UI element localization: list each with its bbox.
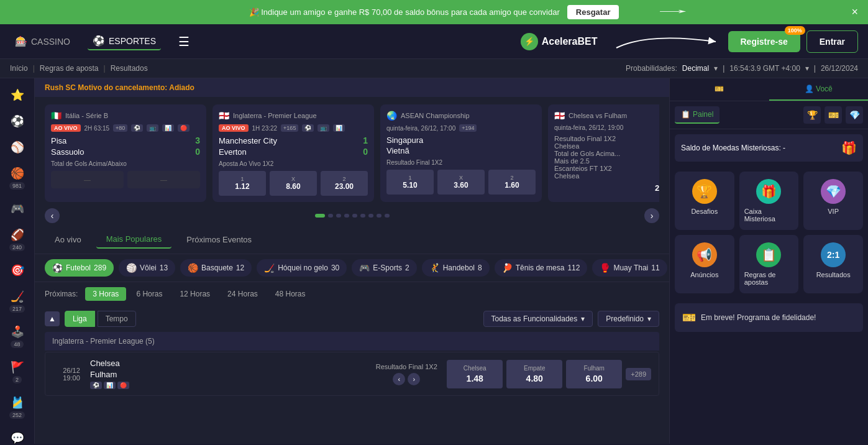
- dot-1[interactable]: [328, 214, 333, 218]
- predefined-dropdown[interactable]: Predefinido ▾: [598, 311, 659, 327]
- time-48h[interactable]: 48 Horas: [268, 287, 313, 301]
- view-liga[interactable]: Liga: [65, 311, 95, 327]
- sport-muay-thai[interactable]: 🥊 Muay Thai 11: [592, 259, 667, 277]
- dot-6[interactable]: [368, 214, 373, 218]
- soccer-icon: ⚽: [11, 114, 24, 128]
- sidebar-item-chat[interactable]: 💬: [2, 426, 33, 444]
- trophy-icon-btn[interactable]: 🏆: [803, 106, 821, 124]
- carousel-nav: ‹ ›: [45, 208, 659, 223]
- dot-4[interactable]: [352, 214, 357, 218]
- close-icon[interactable]: ×: [851, 6, 858, 19]
- futebol-icon: ⚽: [52, 263, 63, 273]
- nav-casino[interactable]: 🎰 CASSINO: [10, 33, 75, 50]
- odd-2-2[interactable]: X 8.60: [270, 171, 317, 196]
- sidebar-item-star[interactable]: ⭐: [2, 83, 33, 107]
- time-24h[interactable]: 24 Horas: [220, 287, 265, 301]
- sport-volei[interactable]: 🏐 Vôlei 13: [119, 259, 175, 277]
- register-button[interactable]: 100% Registre-se: [728, 31, 800, 52]
- tab-ao-vivo[interactable]: Ao vivo: [45, 231, 91, 249]
- inicio-link[interactable]: Início: [10, 64, 28, 73]
- right-panel-secondary-tabs: 📋 Painel 🏆 🎫 💎: [670, 101, 868, 129]
- sidebar-item-hockey[interactable]: 🏒 217: [2, 285, 33, 318]
- live-badge-2: AO VIVO: [219, 124, 249, 132]
- odd-2-1[interactable]: 1 1.12: [219, 171, 266, 196]
- fidelity-icon: 🎫: [682, 311, 696, 324]
- action-vip[interactable]: 💎 VIP: [803, 172, 863, 230]
- action-desafios[interactable]: 🏆 Desafios: [675, 172, 734, 230]
- secondary-tab-painel[interactable]: 📋 Painel: [675, 106, 720, 124]
- diamond-icon-btn[interactable]: 💎: [846, 106, 863, 124]
- odds-next[interactable]: ›: [408, 373, 420, 385]
- dot-7[interactable]: [377, 214, 381, 218]
- plus-badge[interactable]: +289: [626, 368, 651, 380]
- collapse-button[interactable]: ▲: [45, 311, 60, 326]
- tab-profile[interactable]: 👤 Você: [769, 78, 869, 101]
- match-card-3: 🌏 ASEAN Championship quinta-feira, 26/12…: [380, 104, 542, 202]
- sidebar-item-esports[interactable]: 🕹️ 48: [2, 320, 33, 353]
- dot-8[interactable]: [385, 214, 390, 218]
- carousel-prev[interactable]: ‹: [45, 208, 60, 223]
- odd-2-3[interactable]: 2 23.00: [321, 171, 368, 196]
- carousel-next[interactable]: ›: [644, 208, 659, 223]
- banner-button[interactable]: Resgatar: [567, 5, 619, 19]
- top-banner: 🎉 Indique um amigo e ganhe R$ 70,00 de s…: [0, 0, 868, 24]
- tab-betslip[interactable]: 🎫: [670, 78, 769, 101]
- odd-empate[interactable]: Empate 4.80: [506, 360, 562, 388]
- sidebar-item-soccer[interactable]: ⚽: [2, 109, 33, 133]
- right-panel: 🎫 👤 Você 📋 Painel 🏆 🎫 💎 Saldo de Moedas …: [669, 78, 868, 444]
- odd-chelsea[interactable]: Chelsea 1.48: [447, 360, 503, 388]
- sidebar-item-gaming[interactable]: 🎮: [2, 197, 33, 221]
- odd-fulham[interactable]: Fulham 6.00: [566, 360, 622, 388]
- esports-pill-icon: 🎮: [359, 263, 370, 273]
- decimal-selector[interactable]: Decimal: [682, 64, 709, 73]
- tab-proximos[interactable]: Próximos Eventos: [176, 231, 262, 249]
- action-anuncios[interactable]: 📢 Anúncios: [675, 235, 734, 293]
- odds-prev[interactable]: ‹: [393, 373, 405, 385]
- odd-1-1[interactable]: —: [51, 171, 124, 188]
- table-row: 26/12 19:00 Chelsea Fulham ⚽ 📊 🔴 Resulta…: [45, 352, 659, 396]
- ticket-icon-btn[interactable]: 🎫: [825, 106, 842, 124]
- sport-futebol[interactable]: ⚽ Futebol 289: [45, 259, 114, 277]
- dot-2[interactable]: [336, 214, 341, 218]
- action-resultados[interactable]: 2:1 Resultados: [803, 235, 863, 293]
- login-button[interactable]: Entrar: [806, 30, 858, 53]
- sport-basquete[interactable]: 🏀 Basquete 12: [180, 259, 252, 277]
- sidebar-item-flag[interactable]: 🚩 2: [2, 356, 33, 388]
- sidebar-item-target[interactable]: 🎯: [2, 259, 33, 282]
- diamond-action-icon: 💎: [821, 179, 846, 204]
- sidebar-item-jersey[interactable]: 🎽 252: [2, 391, 33, 424]
- sport-tenis-mesa[interactable]: 🏓 Tênis de mesa 112: [495, 259, 588, 277]
- chat-icon: 💬: [11, 431, 24, 444]
- time-12h[interactable]: 12 Horas: [172, 287, 217, 301]
- odd-1-2[interactable]: —: [127, 171, 200, 188]
- odd-3-3[interactable]: 2 1.60: [488, 170, 536, 195]
- sidebar-item-basketball[interactable]: 🏀 981: [2, 162, 33, 195]
- dot-3[interactable]: [344, 214, 349, 218]
- resultados-link[interactable]: Resultados: [111, 64, 148, 73]
- regras-link[interactable]: Regras de aposta: [40, 64, 99, 73]
- time-6h[interactable]: 6 Horas: [129, 287, 170, 301]
- action-regras[interactable]: 📋 Regras de apostas: [739, 235, 799, 293]
- dot-5[interactable]: [360, 214, 365, 218]
- carousel-section: 🇮🇹 Itália - Série B AO VIVO 2H 63:15 +80…: [35, 97, 669, 231]
- sport-esports[interactable]: 🎮 E-Sports 2: [352, 259, 416, 277]
- dot-0[interactable]: [315, 214, 325, 218]
- view-tempo[interactable]: Tempo: [98, 311, 136, 327]
- sidebar-item-football[interactable]: 🏈 240: [2, 223, 33, 256]
- odd-3-1[interactable]: 1 5.10: [386, 170, 434, 195]
- all-features-dropdown[interactable]: Todas as Funcionalidades ▾: [483, 311, 593, 327]
- league-3: ASEAN Championship: [401, 112, 470, 119]
- sport-hoquei[interactable]: 🏒 Hóquei no gelo 30: [257, 259, 347, 277]
- odd-3-2[interactable]: X 3.60: [437, 170, 485, 195]
- tab-mais-populares[interactable]: Mais Populares: [96, 231, 172, 249]
- sidebar-item-baseball[interactable]: ⚾: [2, 135, 33, 159]
- rush-banner: Rush SC Motivo do cancelamento: Adiado: [35, 78, 669, 97]
- view-toggle: Liga Tempo: [65, 311, 136, 327]
- muay-thai-icon: 🥊: [600, 263, 610, 273]
- sport-handebol[interactable]: 🤾 Handebol 8: [422, 259, 490, 277]
- hamburger-icon[interactable]: ☰: [173, 29, 194, 54]
- nav-esportes[interactable]: ⚽ ESPORTES: [88, 32, 161, 50]
- target-icon: 🎯: [11, 264, 24, 277]
- time-3h[interactable]: 3 Horas: [85, 287, 126, 301]
- action-caixa-misteriosa[interactable]: 🎁 Caixa Misteriosa: [739, 172, 799, 230]
